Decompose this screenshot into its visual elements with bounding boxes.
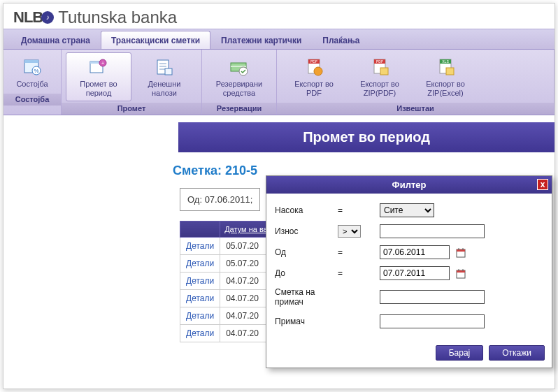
ribbon-btn-turnover-period[interactable]: + Промет во период <box>66 52 131 101</box>
details-link[interactable]: Детали <box>180 307 220 325</box>
logo-bank-name: Tutunska banka <box>58 8 177 27</box>
filter-recip-account-input[interactable] <box>380 290 485 304</box>
zip-excel-icon: XLS <box>434 56 457 78</box>
filter-label-amount: Износ <box>275 226 338 236</box>
zip-pdf-icon: PDF <box>369 56 391 78</box>
filter-amount-op-select[interactable]: > <box>338 225 361 238</box>
filter-label-to: До <box>275 268 338 278</box>
logo-badge-icon: ♪ <box>41 11 54 24</box>
ribbon-btn-today-orders[interactable]: Денешни налози <box>131 52 197 101</box>
ribbon-btn-label: Експорт во ZIP(PDF) <box>352 80 408 98</box>
orders-icon <box>153 56 176 78</box>
svg-text:%: % <box>34 68 38 74</box>
details-link[interactable]: Детали <box>180 273 220 290</box>
filter-direction-select[interactable]: Сите <box>380 203 434 217</box>
filter-label-recip-account: Сметка на примач <box>275 287 338 307</box>
svg-rect-1 <box>24 60 38 63</box>
calendar-icon[interactable] <box>456 269 466 279</box>
page-title: Промет во период <box>178 122 555 152</box>
details-link[interactable]: Детали <box>180 290 220 307</box>
filter-op-eq: = <box>338 205 380 215</box>
ribbon-btn-label: Промет во период <box>71 80 127 98</box>
filter-modal: Филтер x Насока = Сите Износ > <box>266 175 552 368</box>
svg-text:PDF: PDF <box>310 59 317 64</box>
svg-rect-29 <box>457 249 465 252</box>
ribbon-btn-export-zip-pdf[interactable]: PDF Експорт во ZIP(PDF) <box>347 52 413 101</box>
svg-point-19 <box>314 67 322 75</box>
balance-icon: % <box>21 56 43 78</box>
filter-label-direction: Насока <box>275 205 338 215</box>
ribbon-btn-export-pdf[interactable]: PDF Експорт во PDF <box>281 52 347 101</box>
turnover-icon: + <box>87 56 110 78</box>
svg-rect-27 <box>446 68 454 75</box>
pdf-icon: PDF <box>303 56 325 78</box>
app-window: NLB ♪ Tutunska banka Домашна страна Тран… <box>3 3 555 389</box>
filter-label-recipient: Примач <box>275 317 338 326</box>
details-link[interactable]: Детали <box>180 238 220 255</box>
close-icon[interactable]: x <box>537 179 548 190</box>
filter-modal-title: Филтер x <box>266 176 552 194</box>
svg-rect-33 <box>457 270 465 273</box>
filter-recipient-input[interactable] <box>380 314 485 328</box>
calendar-icon[interactable] <box>456 248 466 258</box>
filter-amount-input[interactable] <box>380 224 485 238</box>
ribbon-btn-export-zip-excel[interactable]: XLS Експорт во ZIP(Excel) <box>413 52 478 101</box>
tab-home[interactable]: Домашна страна <box>10 31 101 49</box>
ribbon-group-label: Состојба <box>3 94 61 106</box>
ribbon-btn-reserved[interactable]: Резервирани средства <box>206 52 272 101</box>
filter-to-date-input[interactable] <box>380 266 450 280</box>
ribbon-btn-label: Денешни налози <box>136 80 192 98</box>
filter-op-eq: = <box>338 268 380 278</box>
filter-from-date-input[interactable] <box>380 245 450 259</box>
reserved-icon <box>228 56 250 78</box>
ribbon-group-label: Промет <box>62 103 201 115</box>
tab-transaction-accounts[interactable]: Трансакциски сметки <box>101 31 210 49</box>
svg-rect-12 <box>165 68 172 75</box>
ribbon-group-label: Извештаи <box>277 103 554 115</box>
ribbon-toolbar: % Состојба Состојба + Промет во период <box>3 50 555 115</box>
filter-op-eq: = <box>338 247 380 257</box>
ribbon-group-turnover: + Промет во период Денешни налози Промет <box>62 50 202 115</box>
ribbon-btn-label: Резервирани средства <box>211 80 267 98</box>
date-range-display: Од: 07.06.2011; <box>180 188 260 211</box>
ribbon-btn-label: Состојба <box>16 80 48 89</box>
svg-rect-23 <box>380 68 388 75</box>
cancel-button[interactable]: Откажи <box>489 345 545 361</box>
ribbon-btn-label: Експорт во PDF <box>286 80 342 98</box>
svg-text:+: + <box>101 61 104 66</box>
svg-text:PDF: PDF <box>376 59 383 64</box>
ribbon-group-label: Резервации <box>202 103 276 115</box>
search-button[interactable]: Барај <box>436 345 484 361</box>
ribbon-btn-label: Експорт во ZIP(Excel) <box>417 80 473 98</box>
main-tabs: Домашна страна Трансакциски сметки Плате… <box>3 29 555 50</box>
svg-text:XLS: XLS <box>442 59 449 64</box>
tab-payments[interactable]: Плаќања <box>312 31 370 49</box>
filter-label-from: Од <box>275 247 338 257</box>
details-link[interactable]: Детали <box>180 325 220 342</box>
table-header-empty <box>180 222 220 238</box>
header: NLB ♪ Tutunska banka <box>3 3 555 29</box>
ribbon-group-reports: PDF Експорт во PDF PDF Експорт во ZIP(PD… <box>277 50 555 115</box>
tab-payment-cards[interactable]: Платежни картички <box>210 31 312 49</box>
logo-nlb: NLB <box>13 8 43 27</box>
ribbon-group-balance: % Состојба Состојба <box>3 50 62 115</box>
ribbon-btn-balance[interactable]: % Состојба <box>8 52 57 92</box>
details-link[interactable]: Детали <box>180 255 220 273</box>
ribbon-group-reservations: Резервирани средства Резервации <box>202 50 277 115</box>
